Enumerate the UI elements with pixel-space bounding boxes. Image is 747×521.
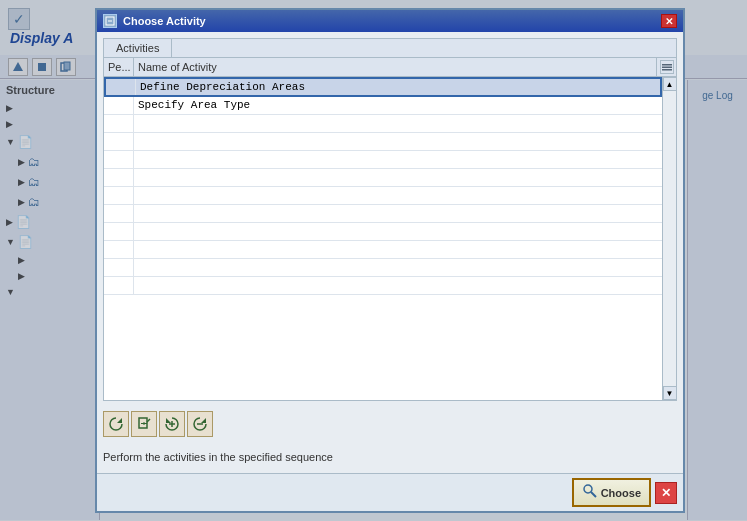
bottom-toolbar — [103, 407, 677, 441]
cancel-button[interactable]: ✕ — [655, 482, 677, 504]
table-row[interactable] — [104, 151, 662, 169]
toolbar-btn-1[interactable] — [103, 411, 129, 437]
row-pe-3 — [104, 115, 134, 132]
settings-icon — [660, 60, 674, 74]
choose-search-icon — [582, 483, 598, 502]
row-pe-8 — [104, 205, 134, 222]
modal-body: Activities Pe... Name of Activity — [97, 32, 683, 473]
modal-footer: Choose ✕ — [97, 473, 683, 511]
table-row[interactable] — [104, 115, 662, 133]
row-name-5 — [134, 151, 662, 168]
row-name-12 — [134, 277, 662, 294]
row-name-3 — [134, 115, 662, 132]
col-name-header: Name of Activity — [134, 58, 656, 76]
toolbar-btn-2[interactable] — [131, 411, 157, 437]
row-pe-10 — [104, 241, 134, 258]
toolbar-btn-4[interactable] — [187, 411, 213, 437]
row-pe-9 — [104, 223, 134, 240]
toolbar-btn-3[interactable] — [159, 411, 185, 437]
modal-title-text: Choose Activity — [123, 15, 206, 27]
tab-activities[interactable]: Activities — [104, 39, 172, 57]
row-pe-4 — [104, 133, 134, 150]
activities-hint-text: Perform the activities in the specified … — [103, 447, 677, 467]
table-header: Pe... Name of Activity — [104, 58, 676, 77]
svg-rect-8 — [662, 69, 672, 71]
tab-bar: Activities — [103, 38, 677, 57]
row-pe-1 — [106, 79, 136, 95]
svg-rect-6 — [662, 64, 672, 66]
activities-table: Pe... Name of Activity — [103, 57, 677, 401]
col-settings-header[interactable] — [656, 58, 676, 76]
svg-marker-14 — [166, 418, 171, 423]
row-pe-6 — [104, 169, 134, 186]
choose-button-label: Choose — [601, 487, 641, 499]
modal-title-section: Choose Activity — [103, 14, 206, 28]
row-name-6 — [134, 169, 662, 186]
row-name-11 — [134, 259, 662, 276]
svg-line-20 — [591, 492, 596, 497]
row-name-8 — [134, 205, 662, 222]
svg-rect-7 — [662, 67, 672, 69]
modal-close-button[interactable]: ✕ — [661, 14, 677, 28]
table-row[interactable] — [104, 205, 662, 223]
modal-titlebar: Choose Activity ✕ — [97, 10, 683, 32]
row-name-9 — [134, 223, 662, 240]
table-body: Define Depreciation Areas Specify Area T… — [104, 77, 676, 400]
row-pe-5 — [104, 151, 134, 168]
row-name-10 — [134, 241, 662, 258]
row-name-4 — [134, 133, 662, 150]
scrollbar-down-btn[interactable]: ▼ — [663, 386, 677, 400]
scrollbar-up-btn[interactable]: ▲ — [663, 77, 677, 91]
row-pe-7 — [104, 187, 134, 204]
svg-marker-17 — [201, 418, 206, 423]
table-rows-container: Define Depreciation Areas Specify Area T… — [104, 77, 662, 400]
modal-dialog: Choose Activity ✕ Activities Pe... Name … — [95, 8, 685, 513]
table-scrollbar[interactable]: ▲ ▼ — [662, 77, 676, 400]
svg-point-19 — [584, 485, 592, 493]
table-row[interactable] — [104, 277, 662, 295]
table-row[interactable] — [104, 241, 662, 259]
svg-marker-9 — [117, 418, 122, 423]
table-row[interactable]: Specify Area Type — [104, 97, 662, 115]
row-name-2: Specify Area Type — [134, 97, 662, 114]
table-row[interactable] — [104, 259, 662, 277]
row-pe-11 — [104, 259, 134, 276]
choose-button[interactable]: Choose — [572, 478, 651, 507]
activities-section: Activities Pe... Name of Activity — [103, 38, 677, 401]
row-name-1: Define Depreciation Areas — [136, 79, 660, 95]
row-pe-12 — [104, 277, 134, 294]
table-row[interactable] — [104, 187, 662, 205]
modal-title-icon — [103, 14, 117, 28]
col-pe-header: Pe... — [104, 58, 134, 76]
table-row[interactable] — [104, 133, 662, 151]
table-row[interactable] — [104, 223, 662, 241]
table-row[interactable]: Define Depreciation Areas — [104, 77, 662, 97]
row-name-7 — [134, 187, 662, 204]
scrollbar-track — [663, 91, 676, 386]
table-row[interactable] — [104, 169, 662, 187]
row-pe-2 — [104, 97, 134, 114]
